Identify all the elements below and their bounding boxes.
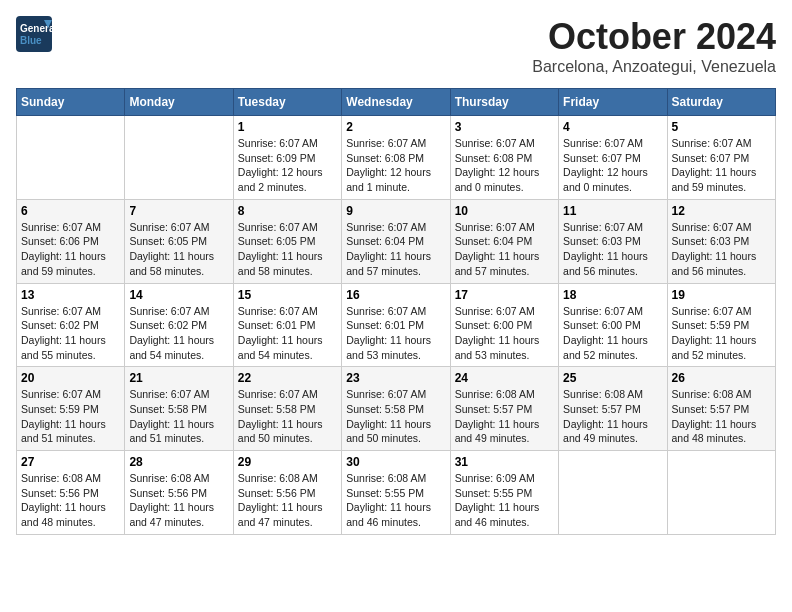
daylight-label: Daylight: 11 hours and 56 minutes. <box>672 250 757 277</box>
daylight-label: Daylight: 12 hours and 0 minutes. <box>455 166 540 193</box>
calendar-day-cell <box>125 116 233 200</box>
sunrise-label: Sunrise: 6:07 AM <box>455 137 535 149</box>
calendar-day-cell: 2 Sunrise: 6:07 AM Sunset: 6:08 PM Dayli… <box>342 116 450 200</box>
sunrise-label: Sunrise: 6:07 AM <box>238 137 318 149</box>
day-info: Sunrise: 6:07 AM Sunset: 6:04 PM Dayligh… <box>455 220 554 279</box>
daylight-label: Daylight: 11 hours and 51 minutes. <box>129 418 214 445</box>
sunset-label: Sunset: 5:57 PM <box>563 403 641 415</box>
sunset-label: Sunset: 5:56 PM <box>129 487 207 499</box>
sunset-label: Sunset: 6:08 PM <box>346 152 424 164</box>
calendar-day-cell: 26 Sunrise: 6:08 AM Sunset: 5:57 PM Dayl… <box>667 367 775 451</box>
day-number: 14 <box>129 288 228 302</box>
sunset-label: Sunset: 6:02 PM <box>21 319 99 331</box>
day-info: Sunrise: 6:07 AM Sunset: 6:06 PM Dayligh… <box>21 220 120 279</box>
day-number: 24 <box>455 371 554 385</box>
sunset-label: Sunset: 5:59 PM <box>21 403 99 415</box>
logo-icon: General Blue <box>16 16 52 52</box>
calendar-week-row: 13 Sunrise: 6:07 AM Sunset: 6:02 PM Dayl… <box>17 283 776 367</box>
sunrise-label: Sunrise: 6:07 AM <box>672 221 752 233</box>
daylight-label: Daylight: 11 hours and 51 minutes. <box>21 418 106 445</box>
day-number: 13 <box>21 288 120 302</box>
weekday-header: Saturday <box>667 89 775 116</box>
sunrise-label: Sunrise: 6:07 AM <box>346 221 426 233</box>
sunset-label: Sunset: 6:00 PM <box>563 319 641 331</box>
calendar-week-row: 1 Sunrise: 6:07 AM Sunset: 6:09 PM Dayli… <box>17 116 776 200</box>
day-info: Sunrise: 6:07 AM Sunset: 6:01 PM Dayligh… <box>346 304 445 363</box>
daylight-label: Daylight: 11 hours and 52 minutes. <box>672 334 757 361</box>
sunset-label: Sunset: 6:07 PM <box>672 152 750 164</box>
calendar-day-cell: 12 Sunrise: 6:07 AM Sunset: 6:03 PM Dayl… <box>667 199 775 283</box>
day-number: 16 <box>346 288 445 302</box>
day-info: Sunrise: 6:07 AM Sunset: 6:05 PM Dayligh… <box>129 220 228 279</box>
sunrise-label: Sunrise: 6:07 AM <box>455 305 535 317</box>
calendar-week-row: 27 Sunrise: 6:08 AM Sunset: 5:56 PM Dayl… <box>17 451 776 535</box>
calendar-day-cell: 29 Sunrise: 6:08 AM Sunset: 5:56 PM Dayl… <box>233 451 341 535</box>
day-info: Sunrise: 6:07 AM Sunset: 5:59 PM Dayligh… <box>672 304 771 363</box>
sunrise-label: Sunrise: 6:08 AM <box>129 472 209 484</box>
sunrise-label: Sunrise: 6:08 AM <box>238 472 318 484</box>
calendar-day-cell: 22 Sunrise: 6:07 AM Sunset: 5:58 PM Dayl… <box>233 367 341 451</box>
day-number: 19 <box>672 288 771 302</box>
daylight-label: Daylight: 11 hours and 58 minutes. <box>129 250 214 277</box>
calendar-day-cell: 13 Sunrise: 6:07 AM Sunset: 6:02 PM Dayl… <box>17 283 125 367</box>
logo: General Blue <box>16 16 52 52</box>
sunset-label: Sunset: 6:06 PM <box>21 235 99 247</box>
calendar-day-cell: 31 Sunrise: 6:09 AM Sunset: 5:55 PM Dayl… <box>450 451 558 535</box>
daylight-label: Daylight: 11 hours and 54 minutes. <box>238 334 323 361</box>
sunrise-label: Sunrise: 6:08 AM <box>563 388 643 400</box>
sunrise-label: Sunrise: 6:07 AM <box>129 388 209 400</box>
day-info: Sunrise: 6:07 AM Sunset: 6:00 PM Dayligh… <box>455 304 554 363</box>
day-number: 2 <box>346 120 445 134</box>
day-number: 23 <box>346 371 445 385</box>
day-number: 8 <box>238 204 337 218</box>
daylight-label: Daylight: 11 hours and 56 minutes. <box>563 250 648 277</box>
day-info: Sunrise: 6:07 AM Sunset: 6:00 PM Dayligh… <box>563 304 662 363</box>
daylight-label: Daylight: 11 hours and 48 minutes. <box>21 501 106 528</box>
sunrise-label: Sunrise: 6:07 AM <box>21 388 101 400</box>
calendar-day-cell: 8 Sunrise: 6:07 AM Sunset: 6:05 PM Dayli… <box>233 199 341 283</box>
day-info: Sunrise: 6:07 AM Sunset: 5:59 PM Dayligh… <box>21 387 120 446</box>
calendar-day-cell: 25 Sunrise: 6:08 AM Sunset: 5:57 PM Dayl… <box>559 367 667 451</box>
calendar-day-cell: 6 Sunrise: 6:07 AM Sunset: 6:06 PM Dayli… <box>17 199 125 283</box>
page-wrapper: General Blue October 2024 Barcelona, Anz… <box>16 16 776 535</box>
calendar-day-cell: 17 Sunrise: 6:07 AM Sunset: 6:00 PM Dayl… <box>450 283 558 367</box>
day-info: Sunrise: 6:07 AM Sunset: 5:58 PM Dayligh… <box>238 387 337 446</box>
title-block: October 2024 Barcelona, Anzoategui, Vene… <box>532 16 776 76</box>
sunrise-label: Sunrise: 6:08 AM <box>346 472 426 484</box>
sunrise-label: Sunrise: 6:07 AM <box>346 388 426 400</box>
day-number: 1 <box>238 120 337 134</box>
day-number: 31 <box>455 455 554 469</box>
sunset-label: Sunset: 6:03 PM <box>672 235 750 247</box>
calendar-day-cell: 21 Sunrise: 6:07 AM Sunset: 5:58 PM Dayl… <box>125 367 233 451</box>
sunset-label: Sunset: 6:07 PM <box>563 152 641 164</box>
day-number: 3 <box>455 120 554 134</box>
day-info: Sunrise: 6:07 AM Sunset: 6:01 PM Dayligh… <box>238 304 337 363</box>
day-info: Sunrise: 6:07 AM Sunset: 6:05 PM Dayligh… <box>238 220 337 279</box>
sunset-label: Sunset: 5:58 PM <box>346 403 424 415</box>
day-info: Sunrise: 6:07 AM Sunset: 5:58 PM Dayligh… <box>129 387 228 446</box>
day-number: 20 <box>21 371 120 385</box>
daylight-label: Daylight: 11 hours and 47 minutes. <box>129 501 214 528</box>
sunrise-label: Sunrise: 6:09 AM <box>455 472 535 484</box>
svg-text:Blue: Blue <box>20 35 42 46</box>
calendar-day-cell: 4 Sunrise: 6:07 AM Sunset: 6:07 PM Dayli… <box>559 116 667 200</box>
sunset-label: Sunset: 6:01 PM <box>346 319 424 331</box>
daylight-label: Daylight: 11 hours and 50 minutes. <box>238 418 323 445</box>
day-info: Sunrise: 6:09 AM Sunset: 5:55 PM Dayligh… <box>455 471 554 530</box>
calendar-day-cell: 9 Sunrise: 6:07 AM Sunset: 6:04 PM Dayli… <box>342 199 450 283</box>
calendar-day-cell: 27 Sunrise: 6:08 AM Sunset: 5:56 PM Dayl… <box>17 451 125 535</box>
weekday-header: Sunday <box>17 89 125 116</box>
daylight-label: Daylight: 11 hours and 53 minutes. <box>346 334 431 361</box>
sunrise-label: Sunrise: 6:07 AM <box>672 137 752 149</box>
weekday-header: Friday <box>559 89 667 116</box>
weekday-header: Thursday <box>450 89 558 116</box>
day-number: 17 <box>455 288 554 302</box>
sunrise-label: Sunrise: 6:07 AM <box>563 305 643 317</box>
calendar-day-cell: 30 Sunrise: 6:08 AM Sunset: 5:55 PM Dayl… <box>342 451 450 535</box>
sunset-label: Sunset: 6:05 PM <box>238 235 316 247</box>
sunrise-label: Sunrise: 6:07 AM <box>455 221 535 233</box>
daylight-label: Daylight: 11 hours and 58 minutes. <box>238 250 323 277</box>
sunrise-label: Sunrise: 6:08 AM <box>672 388 752 400</box>
day-number: 25 <box>563 371 662 385</box>
day-number: 29 <box>238 455 337 469</box>
